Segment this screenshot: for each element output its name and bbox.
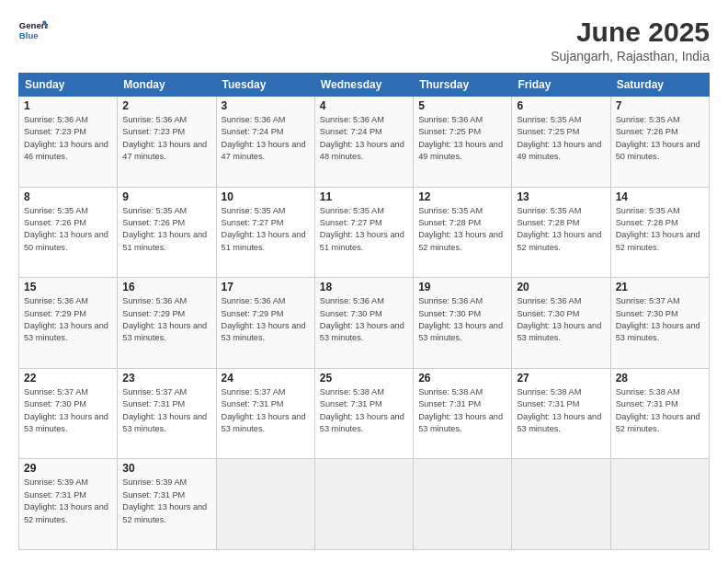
calendar-subtitle: Sujangarh, Rajasthan, India: [551, 49, 710, 63]
calendar-cell: 25 Sunrise: 5:38 AMSunset: 7:31 PMDaylig…: [314, 368, 413, 459]
day-info: Sunrise: 5:38 AMSunset: 7:31 PMDaylight:…: [616, 387, 700, 433]
day-info: Sunrise: 5:35 AMSunset: 7:27 PMDaylight:…: [320, 206, 404, 252]
day-number: 24: [222, 372, 310, 385]
calendar-cell: 9 Sunrise: 5:35 AMSunset: 7:26 PMDayligh…: [118, 187, 216, 278]
day-number: 20: [517, 281, 605, 293]
day-number: 18: [320, 281, 408, 293]
calendar-cell: 16 Sunrise: 5:36 AMSunset: 7:29 PMDaylig…: [118, 278, 216, 369]
calendar-week-2: 8 Sunrise: 5:35 AMSunset: 7:26 PMDayligh…: [19, 187, 710, 278]
day-number: 13: [517, 190, 605, 203]
day-info: Sunrise: 5:35 AMSunset: 7:25 PMDaylight:…: [517, 115, 601, 161]
day-info: Sunrise: 5:36 AMSunset: 7:23 PMDaylight:…: [24, 115, 108, 161]
day-number: 6: [517, 99, 605, 112]
day-info: Sunrise: 5:37 AMSunset: 7:30 PMDaylight:…: [24, 387, 108, 433]
calendar-page: General Blue June 2025 Sujangarh, Rajast…: [0, 0, 728, 563]
calendar-cell: 4 Sunrise: 5:36 AMSunset: 7:24 PMDayligh…: [314, 97, 413, 188]
calendar-cell: 7 Sunrise: 5:35 AMSunset: 7:26 PMDayligh…: [610, 97, 709, 188]
day-info: Sunrise: 5:35 AMSunset: 7:28 PMDaylight:…: [517, 206, 601, 252]
calendar-cell: 2 Sunrise: 5:36 AMSunset: 7:23 PMDayligh…: [118, 97, 216, 188]
calendar-cell: 14 Sunrise: 5:35 AMSunset: 7:28 PMDaylig…: [610, 187, 709, 278]
day-info: Sunrise: 5:38 AMSunset: 7:31 PMDaylight:…: [418, 387, 503, 433]
day-info: Sunrise: 5:35 AMSunset: 7:26 PMDaylight:…: [616, 115, 700, 161]
calendar-cell: 21 Sunrise: 5:37 AMSunset: 7:30 PMDaylig…: [610, 278, 709, 369]
calendar-cell: [512, 459, 610, 550]
day-info: Sunrise: 5:36 AMSunset: 7:30 PMDaylight:…: [517, 296, 601, 342]
day-number: 23: [122, 372, 210, 385]
day-info: Sunrise: 5:36 AMSunset: 7:29 PMDaylight:…: [222, 296, 306, 342]
day-number: 11: [320, 190, 408, 203]
day-number: 7: [616, 99, 704, 112]
day-info: Sunrise: 5:36 AMSunset: 7:25 PMDaylight:…: [418, 115, 503, 161]
weekday-header-monday: Monday: [118, 74, 216, 97]
day-info: Sunrise: 5:35 AMSunset: 7:26 PMDaylight:…: [24, 206, 108, 252]
day-number: 15: [24, 281, 112, 293]
calendar-cell: 20 Sunrise: 5:36 AMSunset: 7:30 PMDaylig…: [512, 278, 610, 369]
calendar-week-5: 29 Sunrise: 5:39 AMSunset: 7:31 PMDaylig…: [19, 459, 710, 550]
day-number: 17: [222, 281, 310, 293]
weekday-header-saturday: Saturday: [610, 74, 709, 97]
calendar-cell: 8 Sunrise: 5:35 AMSunset: 7:26 PMDayligh…: [19, 187, 118, 278]
header: General Blue June 2025 Sujangarh, Rajast…: [18, 17, 710, 63]
day-number: 12: [418, 190, 506, 203]
calendar-cell: 15 Sunrise: 5:36 AMSunset: 7:29 PMDaylig…: [19, 278, 118, 369]
calendar-cell: 12 Sunrise: 5:35 AMSunset: 7:28 PMDaylig…: [414, 187, 512, 278]
calendar-week-4: 22 Sunrise: 5:37 AMSunset: 7:30 PMDaylig…: [19, 368, 710, 459]
calendar-week-1: 1 Sunrise: 5:36 AMSunset: 7:23 PMDayligh…: [19, 97, 710, 188]
calendar-cell: 22 Sunrise: 5:37 AMSunset: 7:30 PMDaylig…: [19, 368, 118, 459]
day-number: 21: [616, 281, 704, 293]
calendar-cell: 26 Sunrise: 5:38 AMSunset: 7:31 PMDaylig…: [414, 368, 512, 459]
day-info: Sunrise: 5:36 AMSunset: 7:29 PMDaylight:…: [24, 296, 108, 342]
day-info: Sunrise: 5:35 AMSunset: 7:27 PMDaylight:…: [222, 206, 306, 252]
day-info: Sunrise: 5:36 AMSunset: 7:30 PMDaylight:…: [320, 296, 404, 342]
calendar-cell: 5 Sunrise: 5:36 AMSunset: 7:25 PMDayligh…: [414, 97, 512, 188]
day-info: Sunrise: 5:36 AMSunset: 7:24 PMDaylight:…: [320, 115, 404, 161]
calendar-cell: 23 Sunrise: 5:37 AMSunset: 7:31 PMDaylig…: [118, 368, 216, 459]
day-info: Sunrise: 5:37 AMSunset: 7:31 PMDaylight:…: [122, 387, 207, 433]
calendar-cell: 1 Sunrise: 5:36 AMSunset: 7:23 PMDayligh…: [19, 97, 118, 188]
day-number: 16: [122, 281, 210, 293]
svg-text:Blue: Blue: [19, 30, 39, 40]
calendar-cell: 10 Sunrise: 5:35 AMSunset: 7:27 PMDaylig…: [216, 187, 314, 278]
day-info: Sunrise: 5:38 AMSunset: 7:31 PMDaylight:…: [517, 387, 601, 433]
weekday-header-sunday: Sunday: [19, 74, 118, 97]
day-number: 22: [24, 372, 112, 385]
logo-svg: General Blue: [18, 17, 48, 46]
day-info: Sunrise: 5:35 AMSunset: 7:28 PMDaylight:…: [616, 206, 700, 252]
title-block: June 2025 Sujangarh, Rajasthan, India: [551, 17, 710, 63]
calendar-week-3: 15 Sunrise: 5:36 AMSunset: 7:29 PMDaylig…: [19, 278, 710, 369]
calendar-cell: [314, 459, 413, 550]
calendar-cell: 6 Sunrise: 5:35 AMSunset: 7:25 PMDayligh…: [512, 97, 610, 188]
calendar-cell: 3 Sunrise: 5:36 AMSunset: 7:24 PMDayligh…: [216, 97, 314, 188]
day-number: 28: [616, 372, 704, 385]
day-number: 19: [418, 281, 506, 293]
calendar-table: SundayMondayTuesdayWednesdayThursdayFrid…: [18, 73, 710, 550]
day-number: 26: [418, 372, 506, 385]
calendar-cell: [610, 459, 709, 550]
calendar-cell: 30 Sunrise: 5:39 AMSunset: 7:31 PMDaylig…: [118, 459, 216, 550]
day-number: 30: [122, 462, 210, 475]
calendar-cell: 11 Sunrise: 5:35 AMSunset: 7:27 PMDaylig…: [314, 187, 413, 278]
calendar-cell: 19 Sunrise: 5:36 AMSunset: 7:30 PMDaylig…: [414, 278, 512, 369]
calendar-cell: 18 Sunrise: 5:36 AMSunset: 7:30 PMDaylig…: [314, 278, 413, 369]
day-number: 10: [222, 190, 310, 203]
weekday-header-wednesday: Wednesday: [314, 74, 413, 97]
weekday-header-tuesday: Tuesday: [216, 74, 314, 97]
day-number: 5: [418, 99, 506, 112]
calendar-cell: 27 Sunrise: 5:38 AMSunset: 7:31 PMDaylig…: [512, 368, 610, 459]
day-info: Sunrise: 5:36 AMSunset: 7:30 PMDaylight:…: [418, 296, 503, 342]
day-number: 14: [616, 190, 704, 203]
calendar-cell: [414, 459, 512, 550]
day-info: Sunrise: 5:36 AMSunset: 7:23 PMDaylight:…: [122, 115, 207, 161]
calendar-cell: 28 Sunrise: 5:38 AMSunset: 7:31 PMDaylig…: [610, 368, 709, 459]
day-number: 8: [24, 190, 112, 203]
weekday-header-thursday: Thursday: [414, 74, 512, 97]
calendar-cell: [216, 459, 314, 550]
day-number: 29: [24, 462, 112, 475]
calendar-cell: 24 Sunrise: 5:37 AMSunset: 7:31 PMDaylig…: [216, 368, 314, 459]
day-info: Sunrise: 5:39 AMSunset: 7:31 PMDaylight:…: [24, 477, 108, 523]
day-number: 9: [122, 190, 210, 203]
day-number: 3: [222, 99, 310, 112]
calendar-title: June 2025: [551, 17, 710, 47]
day-number: 2: [122, 99, 210, 112]
day-info: Sunrise: 5:38 AMSunset: 7:31 PMDaylight:…: [320, 387, 404, 433]
